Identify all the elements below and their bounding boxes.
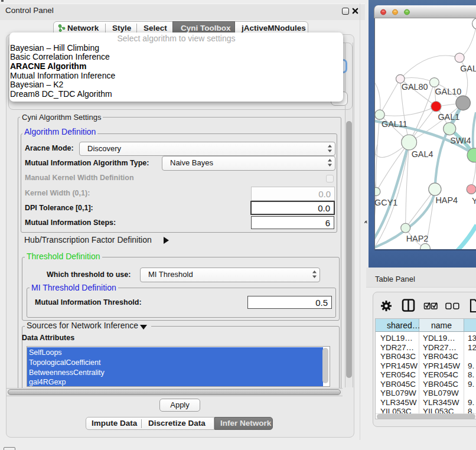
svg-text:GAL11: GAL11 (382, 119, 407, 129)
svg-text:GAL10: GAL10 (435, 87, 461, 96)
svg-text:HAP4: HAP4 (435, 195, 458, 205)
svg-text:GCY1: GCY1 (374, 198, 397, 207)
svg-text:GAL4: GAL4 (412, 149, 433, 159)
svg-text:YP: YP (472, 196, 476, 206)
svg-text:GAL7: GAL7 (460, 64, 476, 73)
svg-text:SWI4: SWI4 (450, 136, 471, 145)
svg-text:GAL1: GAL1 (438, 112, 459, 122)
svg-text:HAP2: HAP2 (406, 234, 429, 243)
svg-text:GAL80: GAL80 (402, 82, 428, 92)
